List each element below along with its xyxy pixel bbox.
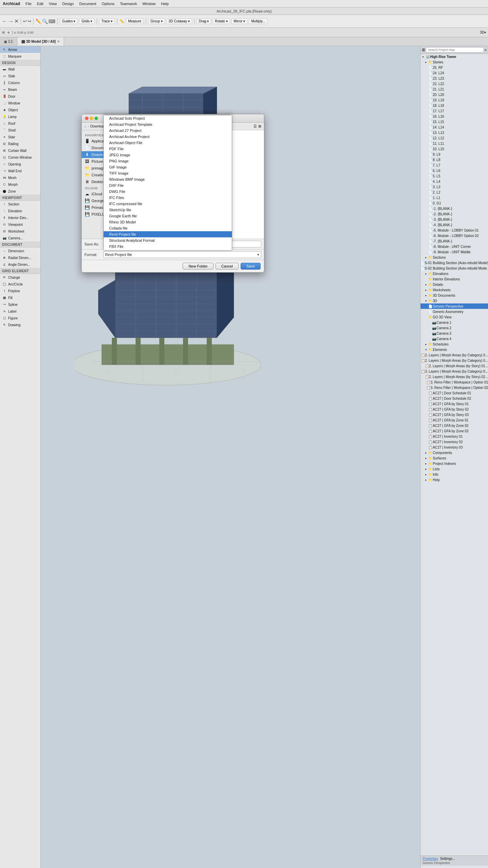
nav-3d-btn[interactable]: 3D▾ bbox=[480, 31, 486, 34]
tree-story-b3[interactable]: 📄-3. {BLANK-} bbox=[421, 217, 488, 222]
sidebar-item-railing[interactable]: ⊟ Railing bbox=[0, 140, 40, 147]
tree-story-l8[interactable]: 📄8. L8 bbox=[421, 157, 488, 162]
tree-story-l6[interactable]: 📄6. L6 bbox=[421, 168, 488, 173]
tree-inventory-02[interactable]: 📋AC27 | Inventory 02 bbox=[421, 439, 488, 445]
sidebar-item-window[interactable]: ⬜ Window bbox=[0, 100, 40, 106]
tree-story-l2[interactable]: 📄2. L2 bbox=[421, 190, 488, 195]
sidebar-item-dimension[interactable]: ↔ Dimension bbox=[0, 248, 40, 254]
drag-btn[interactable]: Drag ▾ bbox=[197, 18, 211, 24]
tree-story-lobby1[interactable]: 📄-5. Module - LOBBY Option 01 bbox=[421, 228, 488, 233]
tree-story-corner[interactable]: 📄-8. Module - UNIT Corner bbox=[421, 244, 488, 249]
tab-floorplan[interactable]: ▦ 1:1 bbox=[0, 37, 17, 46]
tree-story-l21[interactable]: 📄21. L21 bbox=[421, 86, 488, 92]
tree-gfa-story-02[interactable]: 📋AC27 | GFA by Story 02 bbox=[421, 407, 488, 412]
sidebar-item-mesh[interactable]: ⋈ Mesh bbox=[0, 174, 40, 181]
menu-view[interactable]: View bbox=[49, 2, 57, 6]
sidebar-item-elevation[interactable]: ↑ Elevation bbox=[0, 208, 40, 214]
sidebar-item-arc-circle[interactable]: ◯ Arc/Circle bbox=[0, 281, 40, 288]
sidebar-item-angle-dimen[interactable]: ∠ Angle Dimen... bbox=[0, 261, 40, 268]
sidebar-item-corner-window[interactable]: ◱ Corner-Window bbox=[0, 154, 40, 161]
sidebar-item-figure[interactable]: ▢ Figure bbox=[0, 315, 40, 321]
tree-camera3[interactable]: 📷Camera 3 bbox=[421, 331, 488, 336]
tree-root[interactable]: ▸ 🏢 High Rise Tower bbox=[421, 54, 488, 59]
mirror-btn[interactable]: Mirror ▾ bbox=[231, 18, 248, 24]
format-selector[interactable]: Revit Project file ▼ bbox=[103, 251, 261, 258]
tree-story-l18[interactable]: 📄18. L18 bbox=[421, 103, 488, 108]
tree-story-b1[interactable]: 📄-1. {BLANK-} bbox=[421, 206, 488, 211]
tree-inventory-01[interactable]: 📋AC27 | Inventory 01 bbox=[421, 434, 488, 439]
tree-door-sched-01[interactable]: 📋AC27 | Door Schedule 01 bbox=[421, 390, 488, 396]
sidebar-item-section[interactable]: ↕ Section bbox=[0, 201, 40, 208]
canvas-area[interactable]: Archicad Solo Project ⌂ › Downloads ☰ ⊞ bbox=[41, 46, 420, 868]
tree-stories[interactable]: ▸ 📁 Stories bbox=[421, 59, 488, 65]
tree-story-l5[interactable]: 📄5. L5 bbox=[421, 173, 488, 179]
tree-interior-elevations[interactable]: 📁Interior Elevations bbox=[421, 276, 488, 282]
tree-story-l11[interactable]: 📄11. L11 bbox=[421, 141, 488, 146]
sidebar-item-fill[interactable]: ▩ Fill bbox=[0, 294, 40, 301]
sidebar-item-interior-elev[interactable]: ⇕ Interior Elev... bbox=[0, 214, 40, 221]
fmt-archicad-solo[interactable]: Archicad Solo Project bbox=[104, 115, 232, 121]
menu-document[interactable]: Document bbox=[79, 2, 96, 6]
menu-design[interactable]: Design bbox=[62, 2, 74, 6]
view-icon-list[interactable]: ☰ bbox=[253, 124, 257, 129]
sidebar-item-shell[interactable]: ⌒ Shell bbox=[0, 127, 40, 134]
fmt-revit[interactable]: Revit Project file bbox=[104, 231, 232, 237]
settings-btn[interactable]: Settings... bbox=[440, 857, 455, 861]
sidebar-item-zone[interactable]: ⬤ Zone bbox=[0, 188, 40, 195]
fmt-bmp[interactable]: Windows BMP Image bbox=[104, 176, 232, 182]
menu-teamwork[interactable]: Teamwork bbox=[120, 2, 137, 6]
tree-generic-axonometry[interactable]: 📄Generic Axonometry bbox=[421, 309, 488, 314]
sidebar-item-morph[interactable]: ⬡ Morph bbox=[0, 181, 40, 188]
fmt-pdf[interactable]: PDF File bbox=[104, 146, 232, 152]
tree-schedules[interactable]: ▸ 📁 Schedules bbox=[421, 341, 488, 347]
tree-section-s01[interactable]: 📄S-01 Building Section (Auto-rebuild Mod… bbox=[421, 260, 488, 265]
tree-story-l9[interactable]: 📄9. L9 bbox=[421, 152, 488, 157]
tree-elem-2[interactable]: 📋2. Layers | Morph Areas (by Category) 0… bbox=[421, 358, 488, 363]
grids-btn[interactable]: Grids ▾ bbox=[79, 18, 95, 24]
tree-sections[interactable]: ▸ 📁 Sections bbox=[421, 255, 488, 260]
tree-story-b2[interactable]: 📄-2. {BLANK-} bbox=[421, 211, 488, 217]
tree-story-g1[interactable]: 📄0. G1 bbox=[421, 200, 488, 206]
sidebar-item-spline[interactable]: 〜 Spline bbox=[0, 301, 40, 308]
view-icon-grid[interactable]: ⊞ bbox=[258, 124, 261, 129]
tree-elevations[interactable]: ▸ 📁 Elevations bbox=[421, 271, 488, 276]
sidebar-item-curtain-wall[interactable]: ⊞ Curtain Wall bbox=[0, 147, 40, 154]
tab-close[interactable]: ✕ bbox=[57, 40, 60, 43]
fmt-dwg[interactable]: DWG File bbox=[104, 189, 232, 195]
group-btn[interactable]: Group ▾ bbox=[148, 18, 165, 24]
tree-3d-docs[interactable]: ▸ 📁 3D Documents bbox=[421, 293, 488, 298]
tree-lists[interactable]: ▸ 📁 Lists bbox=[421, 466, 488, 472]
properties-btn[interactable]: Properties bbox=[423, 857, 438, 861]
tree-story-middle[interactable]: 📄-9. Module - UNIT Middle bbox=[421, 249, 488, 255]
sidebar-item-roof[interactable]: ⌂ Roof bbox=[0, 120, 40, 127]
tree-gfa-zone-02[interactable]: 📋AC27 | GFA by Zone 02 bbox=[421, 423, 488, 428]
fmt-google-earth[interactable]: Google Earth file bbox=[104, 213, 232, 219]
tree-go-3d[interactable]: 📁GO 3D View bbox=[421, 314, 488, 320]
path-home[interactable]: ⌂ bbox=[84, 124, 86, 128]
tab-3dmodel[interactable]: ⬛ 3D Model [3D / All] ✕ bbox=[17, 37, 64, 46]
redo-btn[interactable]: ↪ bbox=[27, 19, 31, 24]
menu-file[interactable]: File bbox=[25, 2, 32, 6]
sidebar-item-beam[interactable]: ═ Beam bbox=[0, 86, 40, 93]
sidebar-item-arrow[interactable]: ↖ Arrow bbox=[0, 46, 40, 53]
sidebar-item-door[interactable]: 🚪 Door bbox=[0, 93, 40, 100]
dialog-close-btn[interactable] bbox=[85, 117, 88, 120]
fmt-wavefront[interactable]: Wavefront File bbox=[104, 250, 232, 251]
panel-menu-icon[interactable]: ≡ bbox=[485, 48, 487, 52]
tree-3d[interactable]: ▾ 📁 3D bbox=[421, 298, 488, 303]
fmt-rhino[interactable]: Rhino 3D Model bbox=[104, 219, 232, 225]
tree-details[interactable]: ▸ 📁 Details bbox=[421, 282, 488, 287]
tree-story-l4[interactable]: 📄4. L4 bbox=[421, 179, 488, 184]
sidebar-item-object[interactable]: ◈ Object bbox=[0, 106, 40, 113]
tree-camera1[interactable]: 📷Camera 1 bbox=[421, 320, 488, 325]
fmt-png[interactable]: PNG Image bbox=[104, 158, 232, 164]
new-folder-button[interactable]: New Folder bbox=[183, 263, 213, 270]
sidebar-item-drawing[interactable]: ✎ Drawing bbox=[0, 321, 40, 328]
dialog-minimize-btn[interactable] bbox=[90, 117, 93, 120]
tree-story-l13[interactable]: 📄13. L13 bbox=[421, 130, 488, 135]
tree-elem-1[interactable]: 📋2. Layers | Morph Areas (by Category) 0… bbox=[421, 352, 488, 358]
tree-story-l16[interactable]: 📄16. L16 bbox=[421, 114, 488, 119]
menu-edit[interactable]: Edit bbox=[37, 2, 43, 6]
tree-elem-4[interactable]: 📋3. Layers | Morph Areas (by Category) 0… bbox=[421, 369, 488, 374]
fmt-sketchup[interactable]: SketchUp file bbox=[104, 207, 232, 213]
